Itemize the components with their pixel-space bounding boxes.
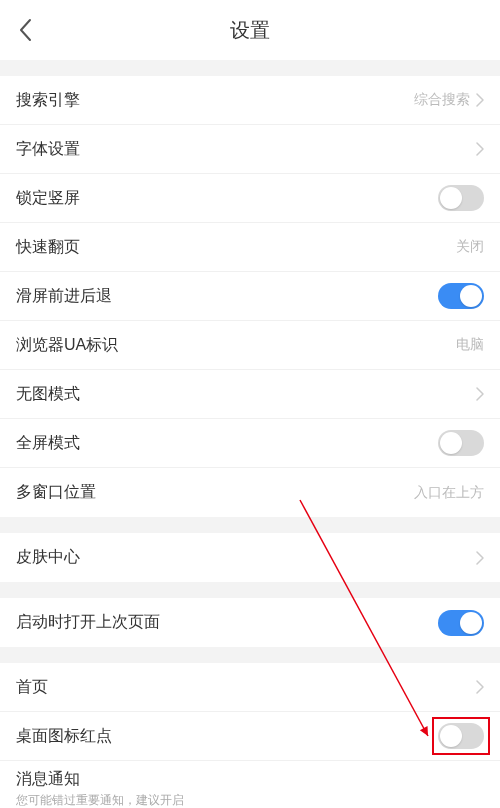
toggle-knob — [460, 612, 482, 634]
settings-row-字体设置[interactable]: 字体设置 — [0, 125, 500, 174]
row-sublabel: 您可能错过重要通知，建议开启 — [16, 792, 184, 808]
row-label: 滑屏前进后退 — [16, 286, 112, 307]
row-left: 搜索引擎 — [16, 90, 80, 111]
row-label: 消息通知 — [16, 769, 184, 790]
row-right — [438, 723, 484, 749]
row-label: 全屏模式 — [16, 433, 80, 454]
settings-row-皮肤中心[interactable]: 皮肤中心 — [0, 533, 500, 582]
back-button[interactable] — [0, 0, 50, 60]
settings-group: 搜索引擎综合搜索字体设置锁定竖屏快速翻页关闭滑屏前进后退浏览器UA标识电脑无图模… — [0, 76, 500, 517]
settings-row-桌面图标红点[interactable]: 桌面图标红点 — [0, 712, 500, 761]
row-value: 关闭 — [456, 238, 484, 256]
row-left: 滑屏前进后退 — [16, 286, 112, 307]
row-left: 桌面图标红点 — [16, 726, 112, 747]
settings-row-启动时打开上次页面[interactable]: 启动时打开上次页面 — [0, 598, 500, 647]
row-left: 皮肤中心 — [16, 547, 80, 568]
toggle-knob — [460, 285, 482, 307]
row-right: 关闭 — [456, 238, 484, 256]
chevron-right-icon — [476, 680, 484, 694]
row-right — [476, 680, 484, 694]
row-label: 快速翻页 — [16, 237, 80, 258]
row-label: 桌面图标红点 — [16, 726, 112, 747]
settings-row-多窗口位置[interactable]: 多窗口位置入口在上方 — [0, 468, 500, 517]
settings-row-全屏模式[interactable]: 全屏模式 — [0, 419, 500, 468]
toggle-knob — [440, 432, 462, 454]
row-label: 无图模式 — [16, 384, 80, 405]
row-right — [438, 610, 484, 636]
row-left: 首页 — [16, 677, 48, 698]
row-label: 浏览器UA标识 — [16, 335, 118, 356]
row-value: 综合搜索 — [414, 91, 470, 109]
settings-group: 启动时打开上次页面 — [0, 598, 500, 647]
row-right — [476, 142, 484, 156]
page-title: 设置 — [0, 17, 500, 44]
row-label: 字体设置 — [16, 139, 80, 160]
row-right — [438, 430, 484, 456]
桌面图标红点-toggle[interactable] — [438, 723, 484, 749]
row-label: 启动时打开上次页面 — [16, 612, 160, 633]
settings-row-搜索引擎[interactable]: 搜索引擎综合搜索 — [0, 76, 500, 125]
header: 设置 — [0, 0, 500, 60]
row-label: 多窗口位置 — [16, 482, 96, 503]
row-right: 入口在上方 — [414, 484, 484, 502]
toggle-knob — [440, 187, 462, 209]
row-left: 多窗口位置 — [16, 482, 96, 503]
chevron-right-icon — [476, 93, 484, 107]
settings-group: 首页桌面图标红点消息通知您可能错过重要通知，建议开启文件设置 — [0, 663, 500, 808]
settings-row-消息通知[interactable]: 消息通知您可能错过重要通知，建议开启 — [0, 761, 500, 808]
settings-row-无图模式[interactable]: 无图模式 — [0, 370, 500, 419]
row-left: 锁定竖屏 — [16, 188, 80, 209]
滑屏前进后退-toggle[interactable] — [438, 283, 484, 309]
settings-row-浏览器ua标识[interactable]: 浏览器UA标识电脑 — [0, 321, 500, 370]
row-label: 搜索引擎 — [16, 90, 80, 111]
row-right: 电脑 — [456, 336, 484, 354]
row-left: 全屏模式 — [16, 433, 80, 454]
row-left: 启动时打开上次页面 — [16, 612, 160, 633]
row-label: 首页 — [16, 677, 48, 698]
row-right — [438, 283, 484, 309]
chevron-right-icon — [476, 387, 484, 401]
back-icon — [18, 18, 32, 42]
row-right — [476, 387, 484, 401]
row-left: 快速翻页 — [16, 237, 80, 258]
锁定竖屏-toggle[interactable] — [438, 185, 484, 211]
row-left: 字体设置 — [16, 139, 80, 160]
row-value: 电脑 — [456, 336, 484, 354]
settings-row-滑屏前进后退[interactable]: 滑屏前进后退 — [0, 272, 500, 321]
row-left: 浏览器UA标识 — [16, 335, 118, 356]
row-left: 消息通知您可能错过重要通知，建议开启 — [16, 769, 184, 808]
row-label: 锁定竖屏 — [16, 188, 80, 209]
row-left: 无图模式 — [16, 384, 80, 405]
row-value: 入口在上方 — [414, 484, 484, 502]
section-gap — [0, 647, 500, 663]
settings-group: 皮肤中心 — [0, 533, 500, 582]
chevron-right-icon — [476, 551, 484, 565]
chevron-right-icon — [476, 142, 484, 156]
row-right — [476, 551, 484, 565]
settings-row-锁定竖屏[interactable]: 锁定竖屏 — [0, 174, 500, 223]
toggle-knob — [440, 725, 462, 747]
section-gap — [0, 60, 500, 76]
settings-row-首页[interactable]: 首页 — [0, 663, 500, 712]
section-gap — [0, 582, 500, 598]
row-right — [438, 185, 484, 211]
row-label: 皮肤中心 — [16, 547, 80, 568]
section-gap — [0, 517, 500, 533]
settings-row-快速翻页[interactable]: 快速翻页关闭 — [0, 223, 500, 272]
row-right: 综合搜索 — [414, 91, 484, 109]
启动时打开上次页面-toggle[interactable] — [438, 610, 484, 636]
全屏模式-toggle[interactable] — [438, 430, 484, 456]
